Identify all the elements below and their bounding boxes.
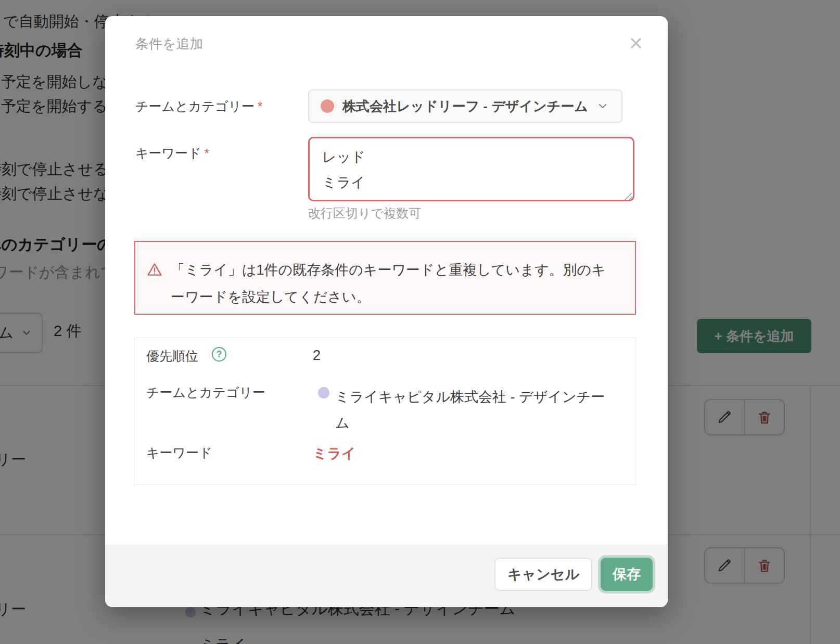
required-mark: * xyxy=(258,99,262,113)
close-button[interactable] xyxy=(626,33,646,54)
required-mark: * xyxy=(205,146,209,160)
screen: で自動開始・停止する 時刻中の場合 予定を開始しない 予定を開始する 時刻で停止… xyxy=(0,0,840,644)
add-condition-dialog: 条件を追加 チームとカテゴリー* 株式会社レッドリーフ - デザインチーム キー… xyxy=(105,16,668,607)
team-category-selected-value: 株式会社レッドリーフ - デザインチーム xyxy=(342,97,588,115)
existing-team-value: ミライキャピタル株式会社 - デザインチーム xyxy=(335,384,610,436)
warning-message: 「ミライ」は1件の既存条件のキーワードと重複しています。別のキーワードを設定して… xyxy=(171,256,608,311)
team-category-label-text: チームとカテゴリー xyxy=(135,99,254,113)
warning-icon xyxy=(147,262,162,277)
priority-value: 2 xyxy=(313,347,321,364)
help-icon[interactable]: ? xyxy=(212,347,226,362)
existing-keyword-value: ミライ xyxy=(313,444,356,463)
priority-label: 優先順位 xyxy=(146,347,198,365)
dialog-footer: キャンセル 保存 xyxy=(105,545,668,607)
dialog-title: 条件を追加 xyxy=(135,35,203,53)
close-icon xyxy=(629,35,643,51)
existing-keyword-label: キーワード xyxy=(146,444,212,461)
keyword-label-text: キーワード xyxy=(135,146,201,160)
existing-condition-card: 優先順位 ? 2 チームとカテゴリー ミライキャピタル株式会社 - デザインチー… xyxy=(134,337,636,485)
team-category-select[interactable]: 株式会社レッドリーフ - デザインチーム xyxy=(308,89,622,123)
keyword-label: キーワード* xyxy=(135,145,209,162)
save-button[interactable]: 保存 xyxy=(601,558,653,591)
duplicate-warning-banner: 「ミライ」は1件の既存条件のキーワードと重複しています。別のキーワードを設定して… xyxy=(134,241,636,315)
cancel-button[interactable]: キャンセル xyxy=(494,558,592,591)
team-category-label: チームとカテゴリー* xyxy=(135,98,262,115)
team-dot-purple xyxy=(318,387,329,398)
chevron-down-icon xyxy=(596,100,609,112)
existing-team-label: チームとカテゴリー xyxy=(146,384,265,401)
keyword-textarea[interactable]: レッド ミライ xyxy=(308,137,634,201)
keyword-helper-text: 改行区切りで複数可 xyxy=(308,205,421,222)
team-dot-pink xyxy=(321,99,334,113)
resize-handle-icon[interactable] xyxy=(621,190,634,202)
